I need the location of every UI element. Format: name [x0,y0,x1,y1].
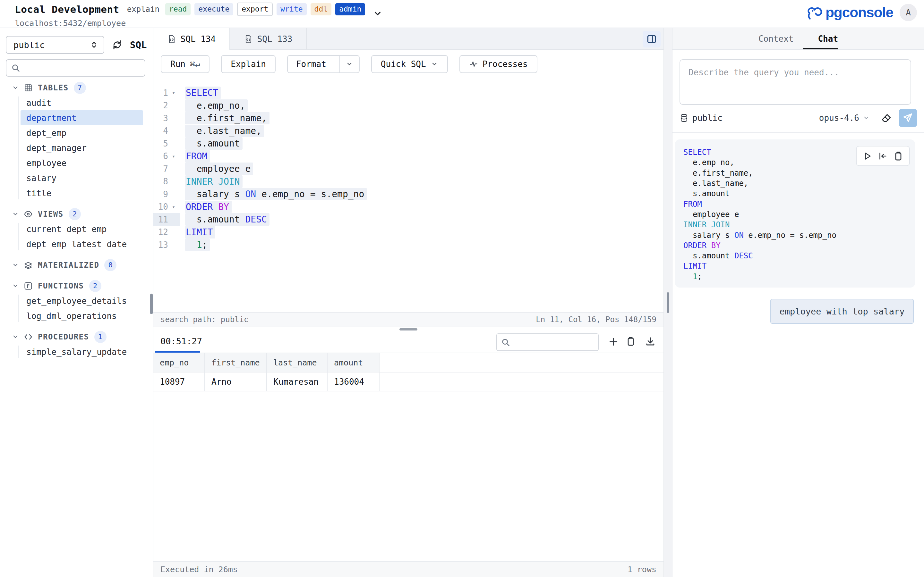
sidebar-search-input[interactable] [6,59,145,77]
sidebar-scrollbar-handle[interactable] [150,293,153,314]
code-line-2[interactable]: e.emp_no, [185,99,664,112]
refresh-icon[interactable] [111,39,123,51]
tree-item-get_employee_details[interactable]: get_employee_details [21,293,143,308]
tree-item-title[interactable]: title [21,185,143,201]
cell-last_name[interactable]: Kumaresan [267,372,328,391]
section-count-badge: 0 [104,259,116,271]
sql-editor[interactable]: 1▾23456▾78910▾111213 SELECT e.emp_no, e.… [153,78,664,312]
tab-context[interactable]: Context [758,34,794,44]
gutter-line-5[interactable]: 5 [153,137,180,150]
code-line-4[interactable]: e.last_name, [185,125,664,137]
copy-code-icon[interactable] [893,151,903,161]
connection-subtitle: localhost:5432/employee [15,19,383,28]
clear-chat-icon[interactable] [881,113,892,123]
panel-divider[interactable] [664,28,672,577]
code-text: e.emp_no, [185,99,248,112]
cell-amount[interactable]: 136004 [328,372,380,391]
line-number: 2 [153,101,168,110]
permission-badge-admin: admin [335,3,365,15]
avatar[interactable]: A [900,4,917,21]
gutter-line-12[interactable]: 12 [153,226,180,239]
column-header-last_name[interactable]: last_name [267,353,328,372]
horizontal-splitter[interactable] [153,327,664,331]
code-line-3[interactable]: e.first_name, [185,112,664,125]
user-chat-message: employee with top salary [771,299,914,324]
line-number: 6 [153,151,168,161]
column-header-first_name[interactable]: first_name [205,353,267,372]
gutter-line-10[interactable]: 10▾ [153,201,180,213]
code-line-5[interactable]: s.amount [185,137,664,150]
code-line-7[interactable]: employee e [185,163,664,175]
code-line-1[interactable]: SELECT [185,87,664,99]
send-button[interactable] [899,109,917,127]
explain-button[interactable]: Explain [221,55,276,73]
fold-marker-icon[interactable]: ▾ [168,90,179,96]
gutter-line-6[interactable]: 6▾ [153,150,180,163]
gutter-line-8[interactable]: 8 [153,175,180,188]
gutter-line-3[interactable]: 3 [153,112,180,125]
chevron-down-icon[interactable] [339,56,359,73]
splitter-handle[interactable] [399,328,417,330]
gutter-line-2[interactable]: 2 [153,99,180,112]
tab-sql-134[interactable]: SQL 134 [153,28,230,50]
gutter-line-7[interactable]: 7 [153,163,180,175]
code-line-11[interactable]: s.amount DESC [185,213,664,226]
tree-item-department[interactable]: department [21,110,143,125]
column-header-emp_no[interactable]: emp_no [153,353,205,372]
cell-emp_no[interactable]: 10897 [153,372,205,391]
tab-sql-133[interactable]: SQL 133 [230,28,307,50]
copy-results-icon[interactable] [626,336,636,347]
tree-item-simple_salary_update[interactable]: simple_salary_update [21,344,143,359]
processes-button[interactable]: Processes [459,55,537,73]
add-result-tab-icon[interactable] [608,336,619,347]
tree-item-dept_manager[interactable]: dept_manager [21,140,143,155]
chat-prompt-input[interactable] [680,59,911,105]
tree-item-dept_emp[interactable]: dept_emp [21,125,143,140]
section-header-materialized[interactable]: MATERIALIZED0 [0,258,153,272]
code-line-8[interactable]: INNER JOIN [185,175,664,188]
split-panel-button[interactable] [643,31,661,47]
result-tab-timer[interactable]: 00:51:27 [160,336,202,346]
chevron-down-icon [11,261,19,269]
code-line-13[interactable]: 1; [185,239,664,251]
code-line-6[interactable]: FROM [185,150,664,163]
model-select[interactable]: opus-4.6 [819,113,870,123]
section-header-functions[interactable]: FUNCTIONS2 [0,278,153,293]
table-row[interactable]: 10897ArnoKumaresan136004 [153,372,664,392]
gutter-line-4[interactable]: 4 [153,125,180,137]
section-header-views[interactable]: VIEWS2 [0,206,153,221]
tree-item-dept_emp_latest_date[interactable]: dept_emp_latest_date [21,237,143,251]
panel-divider-handle[interactable] [667,292,669,313]
section-header-tables[interactable]: TABLES7 [0,80,153,95]
editor-code[interactable]: SELECT e.emp_no, e.first_name, e.last_na… [180,78,664,312]
code-line-12[interactable]: LIMIT [185,226,664,239]
fold-marker-icon[interactable]: ▾ [168,204,179,210]
sql-mode-label[interactable]: SQL [130,39,147,50]
tree-item-salary[interactable]: salary [21,171,143,185]
chevron-down-icon[interactable] [373,9,383,18]
tree-item-audit[interactable]: audit [21,95,143,110]
run-code-icon[interactable] [863,151,872,161]
cell-first_name[interactable]: Arno [205,372,267,391]
tree-item-employee[interactable]: employee [21,155,143,171]
gutter-line-9[interactable]: 9 [153,188,180,201]
section-header-procedures[interactable]: PROCEDURES1 [0,329,153,344]
section-count-badge: 2 [69,208,81,220]
tree-item-log_dml_operations[interactable]: log_dml_operations [21,308,143,324]
schema-select[interactable]: public [6,36,104,54]
code-line-10[interactable]: ORDER BY [185,201,664,213]
format-button[interactable]: Format [287,55,360,73]
gutter-line-1[interactable]: 1▾ [153,87,180,99]
gutter-line-11[interactable]: 11 [153,213,180,226]
tab-chat[interactable]: Chat [818,34,838,44]
results-search-input[interactable] [496,334,599,351]
tree-item-current_dept_emp[interactable]: current_dept_emp [21,221,143,237]
download-results-icon[interactable] [645,336,656,347]
fold-marker-icon[interactable]: ▾ [168,153,179,159]
run-button[interactable]: Run ⌘↵ [161,55,210,73]
quick-sql-button[interactable]: Quick SQL [371,55,448,73]
column-header-amount[interactable]: amount [328,353,380,372]
code-line-9[interactable]: salary s ON e.emp_no = s.emp_no [185,188,664,201]
gutter-line-13[interactable]: 13 [153,239,180,251]
insert-into-editor-icon[interactable] [878,151,887,161]
